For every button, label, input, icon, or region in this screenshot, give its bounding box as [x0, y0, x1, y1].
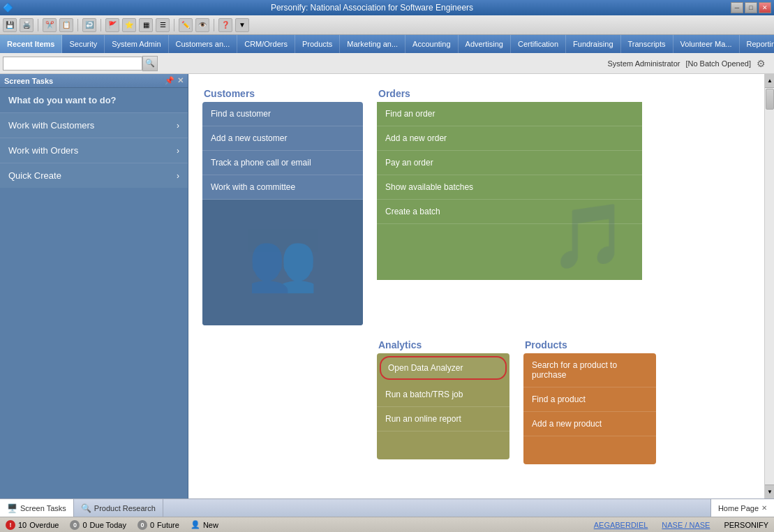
search-button[interactable]: 🔍 — [142, 56, 158, 71]
orders-item-add[interactable]: Add a new order — [377, 126, 642, 151]
orders-item-create-batch[interactable]: Create a batch — [377, 200, 642, 224]
overdue-count: 10 — [18, 521, 27, 529]
panel-close-icon[interactable]: ✕ — [177, 76, 184, 85]
orders-item-pay[interactable]: Pay an order — [377, 151, 642, 175]
list-icon[interactable]: ☰ — [156, 18, 170, 32]
nav-bar: Recent Items Security System Admin Custo… — [0, 35, 774, 53]
nav-tab-certification[interactable]: Certification — [511, 35, 566, 53]
title-bar: 🔷 Personify: National Association for So… — [0, 0, 774, 15]
nav-tab-reporting[interactable]: Reporting — [740, 35, 774, 53]
products-card: Search for a product to purchase Find a … — [523, 353, 656, 464]
analytics-item-online-report[interactable]: Run an online report — [377, 407, 509, 431]
home-tab-label: Home Page — [718, 504, 759, 512]
products-item-search[interactable]: Search for a product to purchase — [523, 353, 656, 387]
customers-title: Customers — [202, 88, 363, 99]
nav-tab-accounting[interactable]: Accounting — [405, 35, 458, 53]
panel-header: Screen Tasks 📌 ✕ — [0, 74, 188, 88]
analytics-highlighted-wrap: Open Data Analyzer — [377, 353, 509, 383]
toolbar-sep-5 — [214, 19, 214, 31]
due-today-badge: 0 — [70, 520, 80, 530]
nav-tab-volunteer[interactable]: Volunteer Ma... — [673, 35, 740, 53]
cut-icon[interactable]: ✂️ — [43, 18, 57, 32]
new-label: New — [203, 521, 218, 529]
search-right: System Administrator [No Batch Opened] ⚙ — [608, 58, 771, 69]
user-id-link[interactable]: AEGABERDIEL — [594, 521, 648, 529]
view-icon[interactable]: 👁️ — [195, 18, 209, 32]
due-today-label: Due Today — [90, 521, 126, 529]
menu-item-work-orders[interactable]: Work with Orders › — [0, 138, 188, 163]
products-title: Products — [523, 339, 656, 350]
nav-tab-transcripts[interactable]: Transcripts — [621, 35, 673, 53]
search-input[interactable] — [3, 57, 142, 71]
products-item-add[interactable]: Add a new product — [523, 412, 656, 436]
help-icon[interactable]: ❓ — [218, 18, 232, 32]
arrow-icon: › — [177, 121, 179, 131]
orders-item-find[interactable]: Find an order — [377, 102, 642, 126]
title-bar-controls[interactable]: ─ □ ✕ — [731, 2, 771, 13]
undo-icon[interactable]: ↩️ — [82, 18, 96, 32]
minimize-button[interactable]: ─ — [731, 2, 743, 13]
analytics-title: Analytics — [377, 339, 509, 350]
nav-tab-customers[interactable]: Customers an... — [169, 35, 238, 53]
copy-icon[interactable]: 📋 — [59, 18, 73, 32]
bottom-tab-product-research[interactable]: 🔍 Product Research — [74, 499, 163, 517]
nav-tab-recent-items[interactable]: Recent Items — [0, 35, 62, 53]
analytics-item-batch[interactable]: Run a batch/TRS job — [377, 383, 509, 407]
nav-tab-security[interactable]: Security — [62, 35, 105, 53]
orders-item-batches[interactable]: Show available batches — [377, 175, 642, 200]
future-label: Future — [157, 521, 179, 529]
nav-tab-fundraising[interactable]: Fundraising — [566, 35, 620, 53]
close-button[interactable]: ✕ — [759, 2, 771, 13]
scroll-up-button[interactable]: ▲ — [765, 74, 774, 88]
app-icon: 🔷 — [3, 3, 13, 13]
panel-question: What do you want to do? — [0, 88, 188, 112]
new-person-icon: 👤 — [191, 520, 200, 529]
bottom-tab-screen-tasks[interactable]: 🖥️ Screen Tasks — [0, 499, 74, 517]
nav-tab-advertising[interactable]: Advertising — [459, 35, 511, 53]
window-title: Personify: National Association for Soft… — [13, 3, 731, 13]
panel-header-icons: 📌 ✕ — [165, 76, 184, 85]
scroll-down-button[interactable]: ▼ — [765, 485, 774, 498]
settings-icon[interactable]: ⚙ — [757, 58, 766, 69]
star-icon[interactable]: ⭐ — [122, 18, 136, 32]
overdue-badge: ! — [6, 520, 15, 530]
analytics-card: Open Data Analyzer Run a batch/TRS job R… — [377, 353, 509, 459]
grid-icon[interactable]: ▦ — [139, 18, 153, 32]
status-future: 0 0 Future — [137, 520, 179, 530]
toolbar-sep-2 — [77, 19, 78, 31]
orders-section: Orders Find an order Add a new order Pay… — [377, 88, 642, 325]
home-tab-close-icon[interactable]: ✕ — [761, 504, 767, 512]
customers-card: Find a customer Add a new customer Track… — [202, 102, 363, 325]
dropdown-icon[interactable]: ▼ — [235, 18, 249, 32]
customers-item-track[interactable]: Track a phone call or email — [202, 151, 363, 175]
maximize-button[interactable]: □ — [745, 2, 757, 13]
orders-title: Orders — [377, 88, 642, 99]
save-icon[interactable]: 💾 — [3, 18, 17, 32]
system-label: PERSONIFY — [724, 521, 768, 529]
pin-icon[interactable]: 📌 — [165, 76, 174, 85]
flag-icon[interactable]: 🚩 — [105, 18, 119, 32]
menu-item-work-customers[interactable]: Work with Customers › — [0, 112, 188, 138]
customers-item-find[interactable]: Find a customer — [202, 102, 363, 126]
org-link[interactable]: NASE / NASE — [662, 521, 710, 529]
toolbar-sep-3 — [101, 19, 101, 31]
home-tab[interactable]: Home Page ✕ — [710, 499, 774, 517]
scroll-bar[interactable]: ▲ ▼ — [764, 74, 774, 498]
nav-tab-products[interactable]: Products — [295, 35, 340, 53]
toolbar-sep-1 — [38, 19, 38, 31]
nav-tab-system-admin[interactable]: System Admin — [105, 35, 168, 53]
products-item-find[interactable]: Find a product — [523, 387, 656, 412]
menu-item-quick-create[interactable]: Quick Create › — [0, 163, 188, 188]
nav-tab-crm-orders[interactable]: CRM/Orders — [237, 35, 295, 53]
edit-icon[interactable]: ✏️ — [179, 18, 193, 32]
analytics-item-open-data-analyzer[interactable]: Open Data Analyzer — [380, 356, 507, 380]
nav-tab-marketing[interactable]: Marketing an... — [340, 35, 405, 53]
status-new[interactable]: 👤 New — [191, 520, 218, 529]
toolbar-sep-4 — [174, 19, 174, 31]
customers-item-committee[interactable]: Work with a committee — [202, 175, 363, 200]
products-section: Products Search for a product to purchas… — [523, 339, 656, 464]
customers-item-add[interactable]: Add a new customer — [202, 126, 363, 151]
print-icon[interactable]: 🖨️ — [20, 18, 34, 32]
scroll-thumb[interactable] — [766, 89, 774, 110]
status-right: AEGABERDIEL NASE / NASE PERSONIFY — [594, 521, 768, 529]
